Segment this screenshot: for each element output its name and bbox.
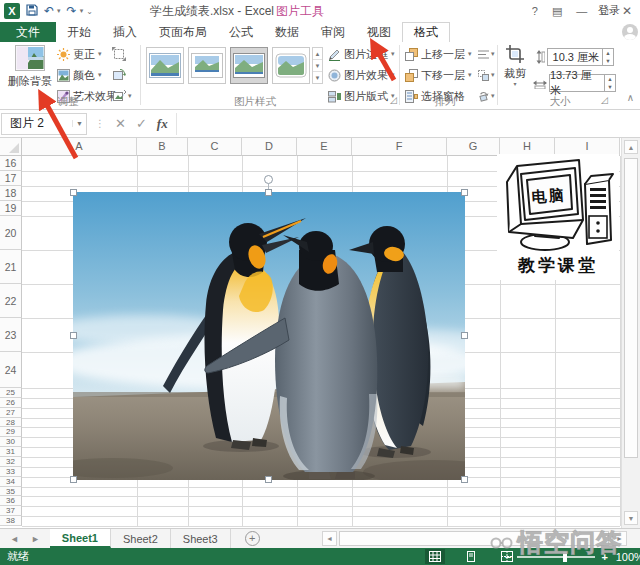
redo-icon[interactable]: ↷ bbox=[67, 5, 77, 17]
rotation-handle[interactable] bbox=[264, 175, 273, 184]
vertical-scrollbar[interactable]: ▲ ▼ bbox=[621, 138, 640, 528]
gallery-up-icon[interactable]: ▲ bbox=[313, 48, 322, 60]
column-header-B[interactable]: B bbox=[137, 138, 188, 156]
undo-icon[interactable]: ↶ bbox=[44, 5, 54, 17]
ribbon-tab-页面布局[interactable]: 页面布局 bbox=[148, 22, 218, 42]
select-all-corner[interactable] bbox=[0, 138, 22, 156]
ribbon-tab-视图[interactable]: 视图 bbox=[356, 22, 402, 42]
compress-pictures-button[interactable] bbox=[112, 46, 142, 62]
gallery-down-icon[interactable]: ▼ bbox=[313, 60, 322, 72]
handle-bottom-left[interactable] bbox=[70, 476, 77, 483]
sheet-tab-Sheet1[interactable]: Sheet1 bbox=[50, 529, 111, 548]
account-avatar[interactable] bbox=[622, 24, 638, 40]
picture-style-1[interactable] bbox=[146, 47, 184, 84]
ribbon-tab-插入[interactable]: 插入 bbox=[102, 22, 148, 42]
column-header-C[interactable]: C bbox=[188, 138, 242, 156]
shape-height-field[interactable]: 10.3 厘米 ▲▼ bbox=[533, 48, 614, 66]
picture-styles-dialog-launcher[interactable]: ◿ bbox=[390, 95, 397, 105]
sheet-tab-Sheet2[interactable]: Sheet2 bbox=[111, 529, 171, 548]
insert-function-icon[interactable]: fx bbox=[157, 116, 168, 132]
picture-style-4[interactable] bbox=[272, 47, 310, 84]
row-header-31[interactable]: 31 bbox=[0, 447, 22, 457]
style-gallery-scroll[interactable]: ▲ ▼ ▼ bbox=[312, 47, 323, 84]
shape-width-field[interactable]: 13.73 厘米 ▲▼ bbox=[533, 74, 616, 92]
formula-bar-grip-icon[interactable]: ⋮ bbox=[95, 118, 105, 129]
handle-mid-right[interactable] bbox=[461, 332, 468, 339]
handle-top-center[interactable] bbox=[265, 189, 272, 196]
handle-top-left[interactable] bbox=[70, 189, 77, 196]
help-icon[interactable]: ? bbox=[532, 5, 538, 17]
collapse-ribbon-icon[interactable]: ∧ bbox=[627, 92, 634, 103]
row-header-36[interactable]: 36 bbox=[0, 496, 22, 506]
minimize-icon[interactable]: — bbox=[576, 5, 587, 17]
ribbon-tab-开始[interactable]: 开始 bbox=[56, 22, 102, 42]
width-value[interactable]: 13.73 厘米 bbox=[549, 74, 605, 92]
reset-picture-button[interactable]: ▾ bbox=[112, 88, 142, 104]
row-header-25[interactable]: 25 bbox=[0, 388, 22, 398]
vertical-scroll-thumb[interactable] bbox=[624, 158, 638, 458]
sheet-nav-right-icon[interactable]: ► bbox=[31, 534, 40, 544]
new-sheet-button[interactable]: + bbox=[245, 531, 260, 546]
row-header-29[interactable]: 29 bbox=[0, 427, 22, 437]
picture-layout-button[interactable]: 图片版式▾ bbox=[328, 88, 395, 104]
ribbon-tab-数据[interactable]: 数据 bbox=[264, 22, 310, 42]
column-header-D[interactable]: D bbox=[242, 138, 297, 156]
picture-style-3-selected[interactable] bbox=[230, 47, 268, 84]
row-header-37[interactable]: 37 bbox=[0, 506, 22, 516]
color-button[interactable]: 颜色▾ bbox=[57, 67, 102, 83]
zoom-in-icon[interactable]: + bbox=[601, 551, 607, 563]
handle-top-right[interactable] bbox=[461, 189, 468, 196]
ribbon-display-options-icon[interactable]: ▤ bbox=[552, 5, 562, 18]
formula-input[interactable] bbox=[176, 113, 640, 135]
row-header-27[interactable]: 27 bbox=[0, 408, 22, 418]
gallery-more-icon[interactable]: ▼ bbox=[313, 72, 322, 84]
height-value[interactable]: 10.3 厘米 bbox=[547, 48, 603, 66]
zoom-slider-thumb[interactable] bbox=[563, 552, 567, 562]
ribbon-tab-文件[interactable]: 文件 bbox=[0, 22, 56, 42]
page-layout-view-icon[interactable] bbox=[461, 549, 481, 564]
crop-button[interactable]: 裁剪 ▾ bbox=[500, 45, 530, 103]
normal-view-icon[interactable] bbox=[425, 549, 445, 564]
row-header-33[interactable]: 33 bbox=[0, 467, 22, 477]
handle-bottom-center[interactable] bbox=[265, 476, 272, 483]
horizontal-scrollbar[interactable]: ◄ ► bbox=[322, 531, 628, 547]
row-header-38[interactable]: 38 bbox=[0, 516, 22, 526]
size-dialog-launcher[interactable]: ◿ bbox=[601, 95, 608, 105]
row-header-23[interactable]: 23 bbox=[0, 318, 22, 352]
row-header-22[interactable]: 22 bbox=[0, 284, 22, 318]
row-header-17[interactable]: 17 bbox=[0, 171, 22, 186]
sign-in-link[interactable]: 登录 bbox=[598, 0, 620, 20]
row-header-24[interactable]: 24 bbox=[0, 352, 22, 388]
name-box-dropdown-icon[interactable]: ▼ bbox=[72, 120, 86, 127]
picture-style-2[interactable] bbox=[188, 47, 226, 84]
close-icon[interactable]: ✕ bbox=[622, 4, 632, 18]
scroll-left-icon[interactable]: ◄ bbox=[322, 531, 337, 546]
redo-caret-icon[interactable]: ▾ bbox=[80, 7, 84, 15]
column-header-E[interactable]: E bbox=[297, 138, 352, 156]
column-header-G[interactable]: G bbox=[447, 138, 500, 156]
row-header-35[interactable]: 35 bbox=[0, 487, 22, 497]
row-header-21[interactable]: 21 bbox=[0, 250, 22, 284]
scroll-up-icon[interactable]: ▲ bbox=[624, 140, 638, 154]
row-header-16[interactable]: 16 bbox=[0, 156, 22, 171]
width-spinner[interactable]: ▲▼ bbox=[605, 74, 616, 92]
handle-mid-left[interactable] bbox=[70, 332, 77, 339]
ribbon-tab-格式[interactable]: 格式 bbox=[402, 22, 450, 42]
row-header-19[interactable]: 19 bbox=[0, 201, 22, 216]
sheet-tab-Sheet3[interactable]: Sheet3 bbox=[171, 529, 231, 548]
enter-icon[interactable]: ✓ bbox=[136, 116, 147, 131]
ribbon-tab-公式[interactable]: 公式 bbox=[218, 22, 264, 42]
row-header-30[interactable]: 30 bbox=[0, 437, 22, 447]
row-header-28[interactable]: 28 bbox=[0, 418, 22, 428]
scroll-right-icon[interactable]: ► bbox=[612, 531, 627, 546]
penguins-picture[interactable] bbox=[73, 192, 465, 480]
change-picture-button[interactable] bbox=[112, 67, 142, 83]
horizontal-scroll-thumb[interactable] bbox=[339, 531, 609, 546]
send-backward-button[interactable]: 下移一层▾ bbox=[405, 67, 472, 83]
row-header-32[interactable]: 32 bbox=[0, 457, 22, 467]
row-header-34[interactable]: 34 bbox=[0, 477, 22, 487]
handle-bottom-right[interactable] bbox=[461, 476, 468, 483]
customize-qat-icon[interactable]: ⌄ bbox=[86, 7, 93, 16]
sheet-nav-left-icon[interactable]: ◄ bbox=[10, 534, 19, 544]
zoom-slider[interactable] bbox=[517, 556, 595, 558]
